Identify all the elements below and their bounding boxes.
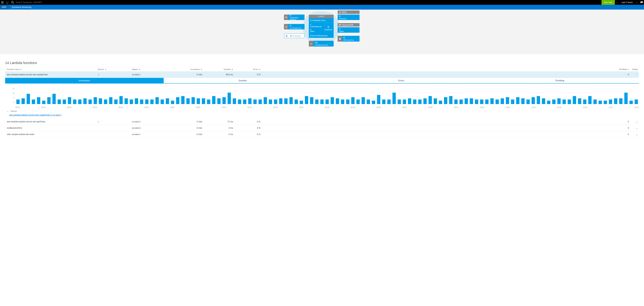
svg-rect-118 <box>568 99 571 104</box>
tile-lambda[interactable]: λ 14 Lambda functions <box>309 41 334 47</box>
col-details: Details <box>630 68 639 70</box>
invocations-chart: 151050 <box>5 87 639 104</box>
svg-rect-16 <box>42 101 46 104</box>
svg-rect-60 <box>269 99 272 104</box>
svg-rect-105 <box>501 98 504 104</box>
time-range[interactable]: ‹ Last 2 hours › <box>615 0 639 5</box>
service-subsection[interactable]: ⌄ Service <box>7 110 639 112</box>
svg-rect-63 <box>284 98 288 104</box>
cell-errors: 0 % <box>233 133 260 136</box>
table-row[interactable]: aws-lambda-todolist-service-dev-getTodos… <box>5 119 639 125</box>
table-row[interactable]: restBackendTest eu-west-1 0 /min 0 ms 0 … <box>5 125 639 131</box>
table-row[interactable]: aws-lambda-todolist-service-dev-updateTo… <box>5 72 639 78</box>
tile-supporting-services[interactable]: ⚙ 0 Supporting services <box>284 14 304 20</box>
svg-rect-33 <box>130 99 133 104</box>
col-invocations[interactable]: Invocations ⇅ <box>170 68 202 70</box>
tile-rds-instances[interactable]: 0 Instances <box>338 14 360 20</box>
tab-errors[interactable]: Errors <box>322 78 480 84</box>
svg-rect-91 <box>428 96 432 104</box>
svg-rect-31 <box>120 96 123 104</box>
svg-rect-130 <box>630 101 633 104</box>
database-icon: ⛁ <box>339 11 341 13</box>
svg-rect-121 <box>583 99 586 104</box>
svg-rect-131 <box>634 99 638 104</box>
collapse-icon[interactable]: ⌃ <box>636 73 638 76</box>
svg-rect-38 <box>156 97 159 104</box>
tile-s3[interactable]: 🗑 3 S3 buckets <box>284 33 304 38</box>
tab-throttling[interactable]: Throttling <box>480 78 639 84</box>
svg-rect-27 <box>99 98 102 104</box>
tile-dynamo-tables[interactable]: 2 Tables <box>338 27 360 33</box>
dashboards-icon[interactable] <box>5 0 10 5</box>
tile-ebs[interactable]: ◉ 0 EBS volumes <box>338 36 360 42</box>
svg-rect-123 <box>594 99 597 104</box>
svg-rect-124 <box>598 101 602 104</box>
svg-rect-128 <box>619 98 622 104</box>
svg-rect-75 <box>346 99 350 104</box>
autoscaling-label: Auto Scaling groups <box>312 35 328 37</box>
tile-ec2[interactable]: ⎘EC2 0 Availability Zones 0Load balanced… <box>309 15 334 38</box>
load-balancers-count: 0 <box>290 24 303 27</box>
cell-region: us-east-1 <box>132 73 170 76</box>
tile-dynamo-header[interactable]: ⛃ DynamoDB <box>338 23 360 26</box>
tile-load-balancers[interactable]: ◎ 0 Load balancers <box>284 24 304 29</box>
supporting-services-label: Supporting services <box>290 17 303 20</box>
cell-name: odin-sample-todolist-dev-hello <box>5 133 98 136</box>
svg-rect-126 <box>609 99 612 104</box>
cell-service: ✓ <box>98 73 132 76</box>
svg-rect-66 <box>300 101 303 104</box>
disk-icon: ◉ <box>338 36 342 42</box>
svg-rect-97 <box>460 99 463 104</box>
cell-errors: 0 % <box>233 73 260 76</box>
svg-rect-107 <box>511 99 514 104</box>
svg-rect-30 <box>114 99 118 104</box>
svg-rect-11 <box>16 99 20 104</box>
svg-rect-119 <box>573 96 576 104</box>
svg-rect-47 <box>202 98 205 104</box>
svg-rect-67 <box>305 96 308 104</box>
search-input[interactable] <box>16 1 67 3</box>
col-service[interactable]: Service ▼ <box>98 68 132 70</box>
tab-duration[interactable]: Duration <box>164 78 322 84</box>
table-header: Function name ⇅ Service ▼ Region ⇅ Invoc… <box>5 67 639 72</box>
expand-icon[interactable]: ⌄ <box>636 127 638 129</box>
menu-button[interactable] <box>0 0 5 5</box>
svg-rect-18 <box>52 94 56 104</box>
expand-icon[interactable]: ⌄ <box>636 120 638 123</box>
expand-icon[interactable]: ⌄ <box>636 133 638 136</box>
buy-now-button[interactable]: Buy now <box>602 0 615 5</box>
table-row[interactable]: odin-sample-todolist-dev-hello us-east-1… <box>5 131 639 138</box>
svg-rect-57 <box>253 99 256 104</box>
breadcrumb-current[interactable]: Dynatrace Monitoring <box>10 5 34 9</box>
row-detail: Invocations Duration Errors Throttling 1… <box>5 78 639 116</box>
svg-rect-125 <box>604 101 607 104</box>
svg-rect-98 <box>464 98 468 104</box>
col-duration[interactable]: Duration ⇅ <box>202 68 233 70</box>
tab-invocations[interactable]: Invocations <box>5 78 164 84</box>
time-forward-button[interactable]: › <box>634 0 639 5</box>
svg-rect-14 <box>32 99 35 104</box>
col-region[interactable]: Region ⇅ <box>132 68 170 70</box>
svg-rect-46 <box>197 98 200 104</box>
svg-rect-25 <box>88 99 92 104</box>
svg-rect-29 <box>109 97 112 104</box>
chat-icon[interactable] <box>639 0 644 5</box>
col-name[interactable]: Function name ⇅ <box>5 68 98 70</box>
svg-rect-89 <box>418 99 422 104</box>
cell-invocations: 0 /min <box>170 133 202 136</box>
time-back-button[interactable]: ‹ <box>615 0 620 5</box>
col-errors[interactable]: Errors ⇅ <box>233 68 260 70</box>
svg-rect-76 <box>351 97 354 104</box>
svg-rect-104 <box>496 99 499 104</box>
svg-rect-72 <box>330 97 334 104</box>
svg-rect-78 <box>362 97 365 104</box>
svg-rect-108 <box>516 97 520 104</box>
tile-rds-header[interactable]: ⛁ RDS <box>338 10 360 14</box>
cell-invocations: 4 /min <box>170 121 202 123</box>
service-link[interactable]: aws-lambda-todolist-service-dev-updateTo… <box>9 114 639 116</box>
chevron-down-icon[interactable]: ⌄ <box>7 110 9 112</box>
breadcrumb-root[interactable]: AWS <box>0 5 8 9</box>
svg-point-5 <box>12 1 13 3</box>
cell-throttling: 0 <box>260 133 630 136</box>
col-throttling[interactable]: Throttling ⇅ <box>260 68 630 70</box>
